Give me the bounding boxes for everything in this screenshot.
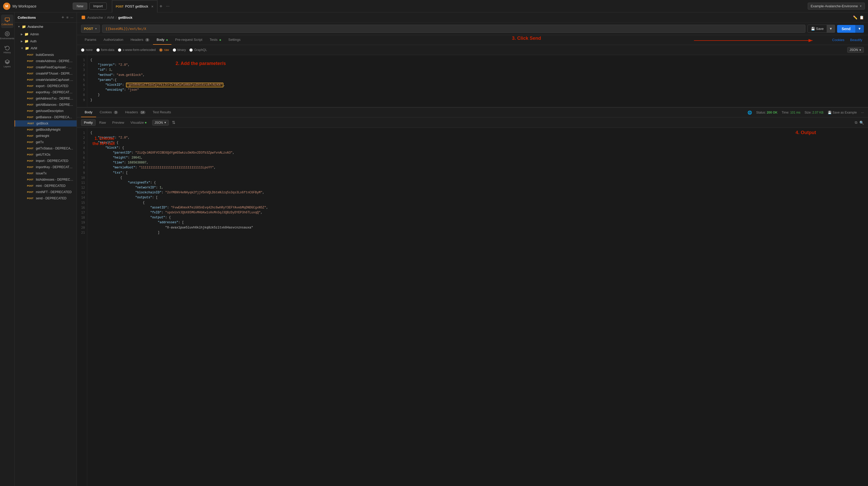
- tree-item-getblockbyheight[interactable]: POSTgetBlockByHeight: [14, 126, 76, 133]
- tree-item-import---deprecated[interactable]: POSTimport - DEPRECATED: [14, 158, 76, 164]
- url-input[interactable]: [102, 25, 805, 33]
- tree-item-gettx[interactable]: POSTgetTx: [14, 139, 76, 145]
- tree-item-mintnft---deprecated[interactable]: POSTmintNFT - DEPRECATED: [14, 189, 76, 195]
- resp-copy-button[interactable]: ⧉: [855, 120, 857, 125]
- save-example-button[interactable]: 💾 Save as Example: [828, 111, 857, 114]
- item-name: import - DEPRECATED: [36, 159, 73, 163]
- resp-format-select[interactable]: JSON ▼: [152, 120, 169, 125]
- method-badge: POST: [27, 178, 34, 181]
- resp-filter-button[interactable]: ⇅: [171, 119, 176, 126]
- radio-graphql[interactable]: GraphQL: [189, 48, 207, 52]
- radio-urlencoded[interactable]: x-www-form-urlencoded: [118, 48, 156, 52]
- tree-item-getheight[interactable]: POSTgetHeight: [14, 133, 76, 139]
- tree-item-getassetdescription[interactable]: POSTgetAssetDescription: [14, 108, 76, 114]
- add-collection-button[interactable]: +: [62, 15, 64, 20]
- radio-form-data[interactable]: form-data: [96, 48, 114, 52]
- svg-point-1: [5, 31, 9, 36]
- send-button[interactable]: Send: [837, 25, 855, 33]
- tree-item-getblock[interactable]: POSTgetBlock: [14, 120, 76, 126]
- tree-item-buildgenesis[interactable]: POSTbuildGenesis: [14, 52, 76, 58]
- tree-item-createaddress---deprecated[interactable]: POSTcreateAddress - DEPRECATED: [14, 58, 76, 64]
- tab-body[interactable]: Body: [153, 35, 172, 45]
- active-tab[interactable]: POST POST getBlock ×: [112, 0, 157, 13]
- save-icon: 💾: [811, 27, 815, 31]
- collection-name: Avalanche: [28, 25, 43, 29]
- resp-tab-cookies[interactable]: Cookies 3: [96, 108, 122, 117]
- item-name: getBlock: [36, 122, 73, 125]
- tree-item-getutxos[interactable]: POSTgetUTXOs: [14, 151, 76, 158]
- radio-raw[interactable]: raw: [159, 48, 169, 52]
- view-preview-button[interactable]: Preview: [110, 119, 127, 125]
- import-button[interactable]: Import: [89, 3, 107, 10]
- tab-pre-request[interactable]: Pre-request Script: [172, 35, 206, 45]
- tree-item-gettxstatus---deprecated[interactable]: POSTgetTxStatus - DEPRECATED: [14, 145, 76, 151]
- collection-avalanche[interactable]: ▼ 📁 Avalanche: [14, 23, 76, 31]
- view-pretty-button[interactable]: Pretty: [81, 119, 96, 126]
- tree-item-export---deprecated[interactable]: POSTexport - DEPRECATED: [14, 83, 76, 89]
- cookies-link[interactable]: Cookies: [830, 35, 846, 45]
- status-label: Status: 200 OK: [756, 111, 777, 114]
- method-select[interactable]: POST ▼: [81, 25, 100, 33]
- new-tab-button[interactable]: +: [157, 0, 165, 12]
- share-icon-button[interactable]: 📋: [860, 15, 864, 20]
- tree-item-createvariablecapasset---dep...[interactable]: POSTcreateVariableCapAsset - DEP...: [14, 77, 76, 83]
- sidebar-icon-environments[interactable]: Environments: [1, 29, 13, 42]
- view-raw-button[interactable]: Raw: [97, 119, 108, 125]
- method-chevron: ▼: [95, 27, 97, 30]
- env-selector[interactable]: Example-Avalanche-Environme ▼: [808, 3, 865, 10]
- tree-item-send---deprecated[interactable]: POSTsend - DEPRECATED: [14, 195, 76, 201]
- item-name: exportKey - DEPRECATED: [36, 90, 73, 94]
- beautify-button[interactable]: Beautify: [848, 37, 864, 42]
- tab-params[interactable]: Params: [81, 35, 100, 45]
- more-options-button[interactable]: ···: [70, 15, 73, 20]
- tree-item-exportkey---deprecated[interactable]: POSTexportKey - DEPRECATED: [14, 89, 76, 95]
- tree-item-getaddresstxs---deprecated[interactable]: POSTgetAddressTxs - DEPRECATED: [14, 95, 76, 102]
- folder-auth[interactable]: ▶ 📁 Auth: [14, 38, 76, 45]
- new-button[interactable]: New: [73, 3, 87, 10]
- resp-search-button[interactable]: 🔍: [860, 120, 864, 125]
- save-dropdown-button[interactable]: ▼: [827, 25, 835, 33]
- save-label: Save: [816, 27, 824, 31]
- radio-none[interactable]: none: [81, 48, 93, 52]
- resp-tab-headers[interactable]: Headers 14: [122, 108, 149, 117]
- tree-item-mint---deprecated[interactable]: POSTmint - DEPRECATED: [14, 183, 76, 189]
- body-options: none form-data x-www-form-urlencoded raw…: [77, 45, 868, 55]
- resp-tab-test-results[interactable]: Test Results: [149, 108, 175, 117]
- tree-item-issuetx[interactable]: POSTissueTx: [14, 170, 76, 176]
- tab-authorization[interactable]: Authorization: [100, 35, 127, 45]
- radio-binary[interactable]: binary: [173, 48, 186, 52]
- tab-settings[interactable]: Settings: [225, 35, 244, 45]
- tab-tests[interactable]: Tests: [206, 35, 225, 45]
- resp-tab-body[interactable]: Body: [81, 108, 96, 117]
- svg-point-2: [6, 33, 8, 34]
- folder-avm[interactable]: ▼ 📁 AVM: [14, 45, 76, 52]
- tree-item-createfixedcapasset---depre...[interactable]: POSTcreateFixedCapAsset - DEPRE...: [14, 64, 76, 70]
- tree-item-createnftasset---deprecated[interactable]: POSTcreateNFTAsset - DEPRECATED: [14, 70, 76, 77]
- tab-close[interactable]: ×: [151, 4, 153, 8]
- workspace-name: My Workspace: [12, 4, 36, 8]
- layers-label: Layers: [4, 65, 11, 68]
- folder-admin[interactable]: ▶ 📁 Admin: [14, 31, 76, 38]
- format-select[interactable]: JSON ▼: [847, 47, 864, 53]
- more-tabs-button[interactable]: ···: [164, 0, 171, 12]
- tab-headers[interactable]: Headers 9: [127, 35, 153, 45]
- item-name: getHeight: [36, 134, 73, 138]
- format-chevron: ▼: [859, 49, 862, 52]
- edit-icon-button[interactable]: ✏️: [853, 15, 857, 20]
- item-name: getTxStatus - DEPRECATED: [36, 147, 73, 150]
- send-dropdown-button[interactable]: ▼: [855, 25, 864, 33]
- tree-item-getbalance---deprecated[interactable]: POSTgetBalance - DEPRECATED: [14, 114, 76, 120]
- tree-item-getallbalances---deprecated[interactable]: POSTgetAllBalances - DEPRECATED: [14, 102, 76, 108]
- sidebar-icon-layers[interactable]: Layers: [1, 57, 13, 70]
- code-area[interactable]: { "jsonrpc": "2.0", "id": 1, "method": "…: [87, 55, 868, 107]
- view-visualize-button[interactable]: Visualize: [128, 119, 149, 125]
- save-button[interactable]: 💾 Save: [807, 25, 827, 33]
- resp-more-button[interactable]: ···: [861, 111, 864, 114]
- filter-button[interactable]: ≡: [66, 15, 68, 20]
- history-icon: [5, 45, 10, 50]
- sidebar-icon-history[interactable]: History: [1, 42, 13, 56]
- tree-item-importkey---deprecated[interactable]: POSTimportKey - DEPRECATED: [14, 164, 76, 170]
- environments-icon: [5, 31, 10, 36]
- tree-item-listaddresses---deprecated[interactable]: POSTlistAddresses - DEPRECATED: [14, 176, 76, 183]
- sidebar-icon-collections[interactable]: Collections: [1, 15, 13, 28]
